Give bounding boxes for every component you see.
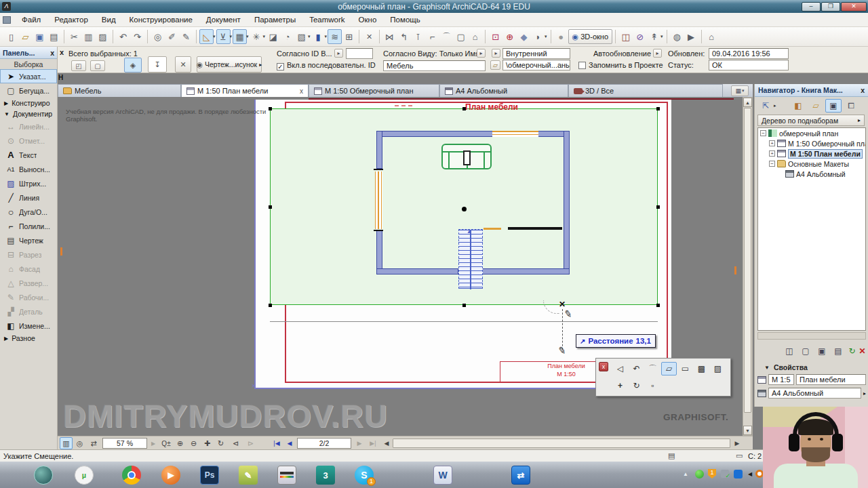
close-button[interactable]: ✕ [841,2,867,12]
pen-set-button[interactable]: ▮ [311,29,326,44]
update-drawing-icon[interactable]: ✕ [175,56,191,73]
menu-file[interactable]: Файл [15,14,47,25]
menu-help[interactable]: Помощь [383,14,427,25]
expand-icon[interactable]: + [769,150,775,157]
close-window-button[interactable]: ✕ [362,29,376,44]
taskbar-utorrent-icon[interactable]: µ [73,464,95,486]
tool-arrow[interactable]: ➤Указат... [0,69,57,83]
inject-parameters-button[interactable]: ✎ [179,29,193,44]
autoupdate-flyout-icon[interactable]: ▸ [653,49,662,58]
roof-tool-button[interactable]: ⌂ [468,29,482,44]
pet-rotate-copy-button[interactable]: ↶ [629,362,644,375]
dropdown-arrow-icon[interactable]: ▾ [230,34,233,39]
source-path-field[interactable]: \обмерочный...аны\Мебель [502,60,570,70]
master-field[interactable]: А4 Альбомный [768,388,861,399]
dropdown-arrow-icon[interactable]: ▾ [246,34,249,39]
hscrollbar-thumb[interactable] [393,439,730,448]
expand-icon[interactable]: + [769,140,775,146]
pan-button[interactable]: ✚ [201,437,214,449]
tray-teamviewer-icon[interactable] [732,468,743,479]
collapse-icon[interactable]: − [769,161,775,167]
internal-field[interactable]: Внутренний [502,48,570,59]
orbit-mode-button[interactable]: ▶ [684,29,698,44]
taskbar-photoshop-icon[interactable]: Ps [199,464,220,486]
tree-item-a4-master[interactable]: А4 Альбомный [758,169,865,179]
trace-reference-button[interactable]: ◔ [280,29,294,44]
first-page-button[interactable]: |◀ [270,437,283,449]
zoom-menu-icon[interactable]: ▶ [149,437,157,449]
element-info-button[interactable]: ⊞ [342,29,356,44]
zoom-percent-box[interactable]: 57 % [102,438,147,449]
tab-overview-button[interactable]: ▦▾ [731,85,749,96]
tray-update-check-icon[interactable]: ✓ [719,468,730,479]
tab-close-icon[interactable]: x [300,87,303,95]
home-view-button[interactable] [719,29,733,44]
pin-point-button[interactable]: ⊕ [502,29,517,44]
selection-settings-icon[interactable]: ◰ [71,60,86,71]
id-value-field[interactable] [346,48,373,59]
drag-frame-button[interactable]: ⊡ [488,29,502,44]
tree-item-obmerochny[interactable]: +М 1:50 Обмерочный план [758,138,865,148]
dropdown-arrow-icon[interactable]: ▾ [545,34,547,39]
previous-page-button[interactable]: ◀ [284,437,295,449]
pet-palette[interactable]: x ◁ ↶ ⌒ ▱ ▭ ▩ ▨ + ↻ ▫ [595,358,731,396]
selection-handle[interactable] [656,304,660,307]
tree-mode-dropdown[interactable]: Дерево по поднаборам▸ [757,115,865,126]
menu-document[interactable]: Документ [199,14,248,25]
tree-item-masters-folder[interactable]: −Основные Макеты [758,159,865,169]
navigator-close-icon[interactable]: x [861,86,865,94]
trim-button[interactable]: ⌐ [425,29,439,44]
dropdown-arrow-icon[interactable]: ▾ [308,34,311,39]
scroll-up-icon[interactable]: ▲ [743,98,752,107]
render-sphere-button[interactable]: ● [554,29,568,44]
tool-line[interactable]: ╱Линия [0,190,57,205]
show-selection-button[interactable]: ≋ [328,29,342,44]
dropdown-arrow-icon[interactable]: ▾ [213,34,216,39]
selection-handle[interactable] [269,107,272,110]
infobar-close-icon[interactable]: x [60,48,64,56]
taskbar-shareman-icon[interactable] [33,464,54,486]
align-button[interactable]: ⊺ [411,29,425,44]
redo-button[interactable]: ↷ [130,29,144,44]
tab-plan-mebeli[interactable]: М 1:50 План мебелиx [181,84,309,97]
last-page-button[interactable]: ▶| [366,437,380,449]
stretch-button[interactable]: ▢ [454,29,468,44]
taskbar-word-icon[interactable]: W [432,464,454,486]
guide-lines-button[interactable]: ◺ [199,29,214,44]
layers-button[interactable]: ▧ [294,29,309,44]
tool-detail[interactable]: ▞Деталь [0,304,57,319]
quick-selection-icon[interactable]: ◈ [124,58,142,73]
docked-panel-tab[interactable]: Н [58,74,66,81]
orbit-button[interactable]: ↻ [214,437,227,449]
delete-item-button[interactable]: ✕ [857,344,867,358]
tool-text[interactable]: AТекст [0,148,57,162]
dropdown-arrow-icon[interactable]: ▾ [263,34,266,39]
menu-options[interactable]: Параметры [248,14,302,25]
save-button[interactable]: ▣ [33,29,47,44]
view-map-button[interactable]: ▱ [808,99,824,113]
pet-offset-all-button[interactable]: ▫ [645,379,660,392]
dropdown-arrow-icon[interactable]: ▾ [660,34,663,39]
fit-in-window-button[interactable]: ⇄ [87,437,100,449]
tool-polyline[interactable]: ⌐Полили... [0,219,57,233]
tool-dimension[interactable]: ↔Линейн... [0,119,57,134]
pick-parameters-button[interactable]: ✐ [165,29,179,44]
selection-handle[interactable] [269,304,272,307]
hscroll-right-icon[interactable]: ▶ [732,437,742,449]
selection-handle[interactable] [269,205,272,209]
taskbar-coreldraw-icon[interactable]: ✎ [237,464,259,486]
minimize-button[interactable]: – [802,2,821,12]
snap-points-button[interactable]: ✳ [250,29,264,44]
layout-name-field[interactable]: План мебели [796,374,866,385]
adjust-button[interactable]: ↰ [397,29,411,44]
tray-expand-icon[interactable]: ▲ [680,468,691,479]
scroll-down-icon[interactable]: ▼ [743,426,752,435]
tab-a4-albomny[interactable]: А4 Альбомный [439,84,568,97]
window-3d-button[interactable]: ◉3D-окно [568,29,612,44]
taskbar-skype-icon[interactable]: S1 [353,464,375,486]
new-document-button[interactable]: ▯ [4,29,18,44]
new-subset-button[interactable]: ▣ [814,344,829,358]
layout-settings-button[interactable]: ◫ [782,344,797,358]
open-project-button[interactable]: ▱ [18,29,33,44]
camera-button[interactable]: ◫ [618,29,633,44]
